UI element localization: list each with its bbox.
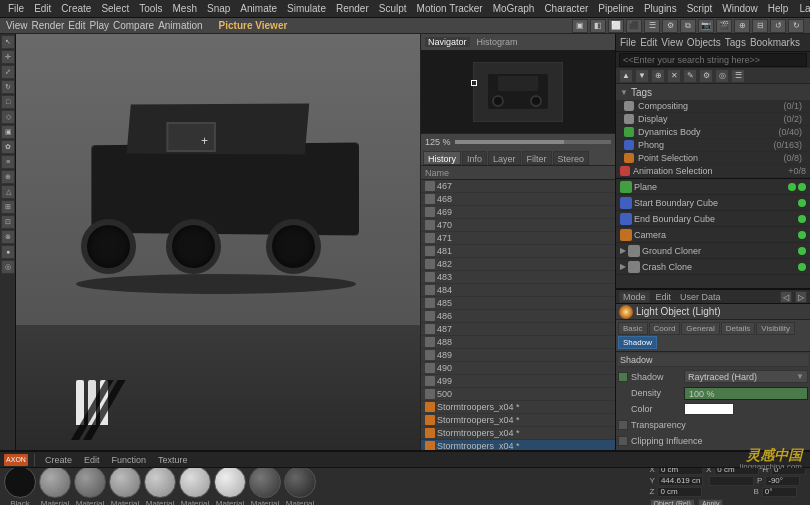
mat-8[interactable]: Material bbox=[284, 468, 316, 505]
tb-btn-4[interactable]: ⬛ bbox=[626, 19, 642, 33]
lt-shadow[interactable]: Shadow bbox=[618, 336, 657, 349]
mat-2[interactable]: Material bbox=[74, 468, 106, 505]
history-item-467[interactable]: 467 bbox=[421, 180, 615, 193]
menu-pipeline[interactable]: Pipeline bbox=[594, 3, 638, 14]
history-item-488[interactable]: 488 bbox=[421, 336, 615, 349]
tool-13[interactable]: ⊡ bbox=[1, 215, 15, 229]
tool-8[interactable]: ✿ bbox=[1, 140, 15, 154]
tag-display[interactable]: Display (0/2) bbox=[616, 113, 810, 126]
color-swatch[interactable] bbox=[684, 403, 734, 415]
lt-coord[interactable]: Coord bbox=[649, 322, 681, 335]
obj-menu-edit[interactable]: Edit bbox=[640, 37, 657, 48]
object-plane[interactable]: Plane bbox=[616, 179, 810, 195]
light-userdata-tab[interactable]: User Data bbox=[677, 292, 724, 302]
obj-icon-6[interactable]: ⚙ bbox=[699, 69, 713, 83]
mat-tab-function[interactable]: Function bbox=[108, 455, 151, 465]
history-item-storm4[interactable]: Stormtroopers_x04 * bbox=[421, 440, 615, 450]
end-boundary-vis[interactable] bbox=[798, 215, 806, 223]
obj-menu-objects[interactable]: Objects bbox=[687, 37, 721, 48]
history-item-487[interactable]: 487 bbox=[421, 323, 615, 336]
tb-btn-6[interactable]: ⚙ bbox=[662, 19, 678, 33]
object-search-input[interactable] bbox=[619, 53, 807, 67]
lt-basic[interactable]: Basic bbox=[618, 322, 648, 335]
light-panel-icon-2[interactable]: ▷ bbox=[795, 291, 807, 303]
menu-create[interactable]: Create bbox=[57, 3, 95, 14]
tb-btn-7[interactable]: ⧉ bbox=[680, 19, 696, 33]
tool-6[interactable]: ◇ bbox=[1, 110, 15, 124]
zoom-slider[interactable] bbox=[455, 140, 611, 144]
mat-tab-create[interactable]: Create bbox=[41, 455, 76, 465]
tb-btn-13[interactable]: ↻ bbox=[788, 19, 804, 33]
pv-compare-menu[interactable]: Compare bbox=[113, 20, 154, 31]
start-boundary-vis[interactable] bbox=[798, 199, 806, 207]
tab-filter[interactable]: Filter bbox=[522, 151, 552, 165]
obj-menu-view[interactable]: View bbox=[661, 37, 683, 48]
obj-icon-7[interactable]: ◎ bbox=[715, 69, 729, 83]
object-ground-cloner[interactable]: ▶ Ground Cloner bbox=[616, 243, 810, 259]
mat-5[interactable]: Material bbox=[179, 468, 211, 505]
history-item-490[interactable]: 490 bbox=[421, 362, 615, 375]
tool-move[interactable]: ✛ bbox=[1, 50, 15, 64]
tb-btn-12[interactable]: ↺ bbox=[770, 19, 786, 33]
tb-btn-1[interactable]: ▣ bbox=[572, 19, 588, 33]
tool-14[interactable]: ⊗ bbox=[1, 230, 15, 244]
obj-icon-4[interactable]: ✕ bbox=[667, 69, 681, 83]
shadow-enabled-checkbox[interactable] bbox=[618, 372, 628, 382]
plane-visible-dot[interactable] bbox=[788, 183, 796, 191]
mat-black[interactable]: Black bbox=[4, 468, 36, 505]
tool-scale[interactable]: ⤢ bbox=[1, 65, 15, 79]
menu-mesh[interactable]: Mesh bbox=[169, 3, 201, 14]
coord-z-input[interactable] bbox=[657, 487, 702, 497]
menu-plugins[interactable]: Plugins bbox=[640, 3, 681, 14]
viewport-3d[interactable]: + 125 % 1920×1080, RGB (8 Bit), 8.03 MB … bbox=[16, 34, 420, 450]
tags-section-header[interactable]: ▼ Tags bbox=[616, 84, 810, 100]
coord-p-input[interactable] bbox=[765, 476, 800, 486]
pv-view-menu[interactable]: View bbox=[6, 20, 28, 31]
object-end-boundary[interactable]: End Boundary Cube bbox=[616, 211, 810, 227]
plane-render-dot[interactable] bbox=[798, 183, 806, 191]
obj-icon-3[interactable]: ⊕ bbox=[651, 69, 665, 83]
history-item-486[interactable]: 486 bbox=[421, 310, 615, 323]
history-item-469[interactable]: 469 bbox=[421, 206, 615, 219]
tag-point-sel[interactable]: Point Selection (0/8) bbox=[616, 152, 810, 165]
mat-3[interactable]: Material bbox=[109, 468, 141, 505]
history-item-storm1[interactable]: Stormtroopers_x04 * bbox=[421, 401, 615, 414]
coord-h-input[interactable] bbox=[771, 468, 806, 475]
history-item-471[interactable]: 471 bbox=[421, 232, 615, 245]
history-item-storm2[interactable]: Stormtroopers_x04 * bbox=[421, 414, 615, 427]
menu-render[interactable]: Render bbox=[332, 3, 373, 14]
lt-details[interactable]: Details bbox=[721, 322, 755, 335]
coord-y-input[interactable] bbox=[658, 476, 703, 486]
menu-sculpt[interactable]: Sculpt bbox=[375, 3, 411, 14]
tag-animation-sel[interactable]: Animation Selection +0/8 bbox=[616, 165, 810, 178]
history-item-481[interactable]: 481 bbox=[421, 245, 615, 258]
coord-size-x-input[interactable] bbox=[714, 468, 759, 475]
tb-btn-9[interactable]: 🎬 bbox=[716, 19, 732, 33]
coord-mode-dropdown[interactable]: Object (Rel) bbox=[650, 499, 695, 506]
light-panel-icon-1[interactable]: ◁ bbox=[780, 291, 792, 303]
mat-tab-edit[interactable]: Edit bbox=[80, 455, 104, 465]
transparency-checkbox[interactable] bbox=[618, 420, 628, 430]
menu-snap[interactable]: Snap bbox=[203, 3, 234, 14]
tool-12[interactable]: ⊞ bbox=[1, 200, 15, 214]
mat-tab-texture[interactable]: Texture bbox=[154, 455, 192, 465]
tab-info[interactable]: Info bbox=[462, 151, 487, 165]
obj-menu-tags[interactable]: Tags bbox=[725, 37, 746, 48]
shadow-type-dropdown[interactable]: Raytraced (Hard) ▼ bbox=[684, 370, 808, 383]
mat-6[interactable]: Material bbox=[214, 468, 246, 505]
tab-history[interactable]: History bbox=[423, 151, 461, 165]
tool-9[interactable]: ≡ bbox=[1, 155, 15, 169]
camera-vis[interactable] bbox=[798, 231, 806, 239]
tab-stereo[interactable]: Stereo bbox=[553, 151, 590, 165]
tag-dynamics[interactable]: Dynamics Body (0/40) bbox=[616, 126, 810, 139]
object-list[interactable]: Plane Start Boundary Cube bbox=[616, 179, 810, 288]
viewport-scene[interactable]: + bbox=[16, 34, 420, 450]
menu-file[interactable]: File bbox=[4, 3, 28, 14]
menu-simulate[interactable]: Simulate bbox=[283, 3, 330, 14]
object-crash-clone[interactable]: ▶ Crash Clone bbox=[616, 259, 810, 275]
history-item-499[interactable]: 499 bbox=[421, 375, 615, 388]
tag-phong[interactable]: Phong (0/163) bbox=[616, 139, 810, 152]
history-item-468[interactable]: 468 bbox=[421, 193, 615, 206]
tb-btn-8[interactable]: 📷 bbox=[698, 19, 714, 33]
pv-play-menu[interactable]: Play bbox=[90, 20, 109, 31]
